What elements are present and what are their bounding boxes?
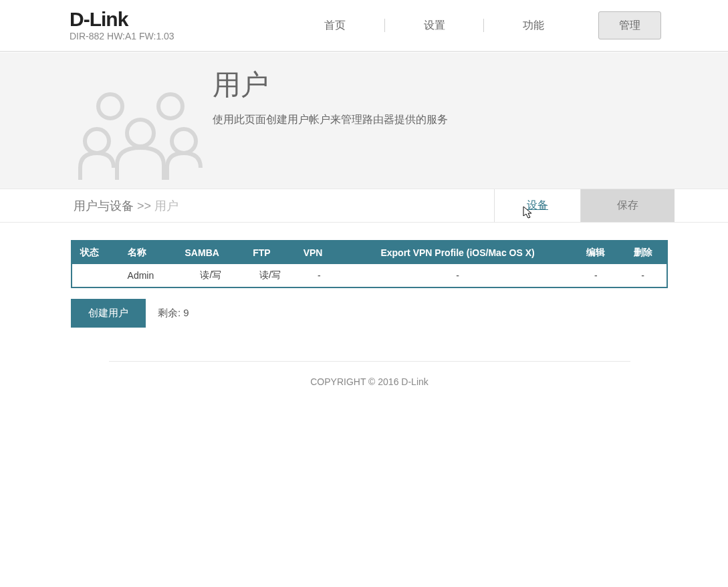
col-ftp: FTP	[245, 241, 295, 264]
table-footer: 创建用户 剩余: 9	[71, 299, 668, 328]
breadcrumb-root[interactable]: 用户与设备	[74, 199, 134, 213]
col-name: 名称	[120, 241, 177, 264]
cell-edit[interactable]: -	[572, 264, 619, 287]
col-export: Export VPN Profile (iOS/Mac OS X)	[343, 241, 572, 264]
create-user-button[interactable]: 创建用户	[71, 299, 146, 328]
nav-features[interactable]: 功能	[483, 19, 582, 32]
col-edit: 编辑	[572, 241, 619, 264]
cell-name: Admin	[120, 264, 177, 287]
cell-samba: 读/写	[177, 264, 245, 287]
breadcrumb-separator: >>	[137, 199, 151, 213]
hero-banner: 用户 使用此页面创建用户帐户来管理路由器提供的服务	[0, 52, 728, 189]
table-row: Admin 读/写 读/写 - - - -	[72, 264, 667, 287]
cell-export: -	[343, 264, 572, 287]
cell-vpn: -	[295, 264, 343, 287]
breadcrumb-bar: 用户与设备 >> 用户 设备 保存	[0, 189, 728, 223]
col-status: 状态	[72, 241, 120, 264]
svg-point-4	[172, 129, 196, 153]
table-header-row: 状态 名称 SAMBA FTP VPN Export VPN Profile (…	[72, 241, 667, 264]
page-footer: COPYRIGHT © 2016 D-Link	[109, 361, 630, 387]
svg-point-2	[85, 129, 109, 153]
cell-delete[interactable]: -	[619, 264, 667, 287]
device-link[interactable]: 设备	[494, 189, 581, 222]
col-vpn: VPN	[295, 241, 343, 264]
save-button[interactable]: 保存	[581, 189, 675, 222]
svg-point-1	[158, 94, 183, 118]
svg-point-3	[127, 120, 154, 146]
brand: D-Link DIR-882 HW:A1 FW:1.03	[70, 9, 174, 41]
users-table: 状态 名称 SAMBA FTP VPN Export VPN Profile (…	[71, 240, 668, 288]
device-model: DIR-882 HW:A1 FW:1.03	[70, 31, 174, 41]
nav-manage[interactable]: 管理	[598, 11, 661, 39]
brand-logo: D-Link	[70, 9, 174, 29]
users-icon	[77, 80, 204, 180]
cell-status	[72, 264, 120, 287]
cell-ftp: 读/写	[245, 264, 295, 287]
breadcrumb-current: 用户	[154, 199, 178, 213]
page-description: 使用此页面创建用户帐户来管理路由器提供的服务	[213, 113, 728, 127]
remaining-count: 剩余: 9	[158, 307, 189, 320]
svg-point-0	[98, 94, 122, 118]
sub-actions: 设备 保存	[494, 189, 675, 222]
page-title: 用户	[213, 66, 728, 104]
main-nav: 首页 设置 功能 管理	[285, 0, 661, 51]
top-bar: D-Link DIR-882 HW:A1 FW:1.03 首页 设置 功能 管理	[0, 0, 728, 52]
nav-settings[interactable]: 设置	[384, 19, 483, 32]
col-samba: SAMBA	[177, 241, 245, 264]
nav-home[interactable]: 首页	[285, 19, 384, 32]
breadcrumb: 用户与设备 >> 用户	[74, 198, 178, 214]
content-area: 状态 名称 SAMBA FTP VPN Export VPN Profile (…	[0, 223, 728, 387]
col-delete: 删除	[619, 241, 667, 264]
